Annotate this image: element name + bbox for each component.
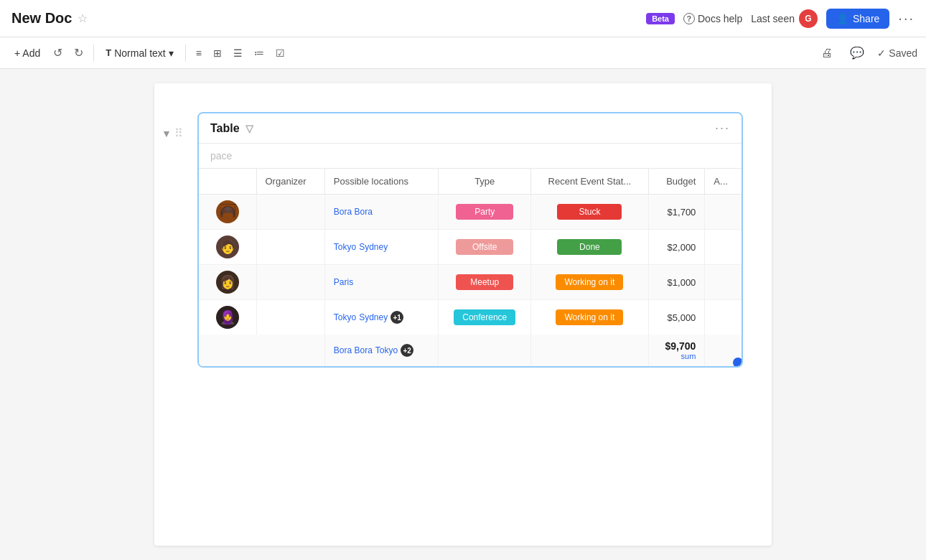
data-table: Organizer Possible locations Type Recent…: [199, 169, 742, 366]
table-row: 🧑TokyoSydneyOffsiteDone$2,000: [199, 230, 742, 265]
bullet-list-button[interactable]: ☰: [229, 45, 247, 62]
summary-location-tags: Bora Bora Tokyo +2: [334, 344, 429, 357]
summary-empty: [199, 335, 324, 366]
star-icon[interactable]: ☆: [78, 11, 88, 25]
share-icon: 👤: [836, 13, 848, 24]
status-badge: Working on it: [556, 274, 623, 290]
row-organizer-name: [256, 300, 324, 335]
toolbar-divider-2: [185, 45, 186, 62]
saved-indicator: ✓ Saved: [877, 47, 917, 59]
row-avatar-cell: 👩: [199, 265, 256, 300]
row-status: Done: [531, 230, 648, 265]
table-title-label: Table: [210, 122, 240, 135]
drag-handle-icon[interactable]: ⠿: [174, 126, 183, 140]
toolbar-right: 🖨 💬 ✓ Saved: [817, 43, 917, 62]
row-organizer-name: [256, 265, 324, 300]
block-controls: ▼ ⠿: [162, 126, 183, 140]
add-button[interactable]: + Add: [9, 45, 46, 62]
collapse-arrow-icon[interactable]: ▼: [162, 128, 172, 139]
redo-button[interactable]: ↻: [70, 43, 88, 62]
text-style-button[interactable]: T Normal text ▾: [100, 45, 179, 62]
type-badge: Conference: [454, 309, 515, 325]
row-extra: [705, 230, 742, 265]
last-seen-label: Last seen: [751, 13, 795, 24]
location-tag[interactable]: Tokyo: [334, 242, 356, 252]
table-header: Table ▽ ···: [199, 113, 742, 144]
type-badge: Offsite: [456, 239, 513, 255]
summary-type-empty: [439, 335, 531, 366]
saved-label: Saved: [889, 47, 917, 59]
summary-loc-count: +2: [401, 344, 413, 357]
row-extra: [705, 195, 742, 230]
table-row: 🦱Bora BoraPartyStuck$1,700: [199, 195, 742, 230]
location-tag[interactable]: Tokyo: [334, 312, 356, 322]
row-budget: $2,000: [648, 230, 705, 265]
location-tag[interactable]: Sydney: [359, 312, 388, 322]
share-button[interactable]: 👤 Share: [826, 9, 889, 29]
col-header-type: Type: [439, 169, 531, 195]
summary-loc-tokyo[interactable]: Tokyo: [375, 345, 398, 355]
col-header-organizer: [199, 169, 256, 195]
type-badge: Meetup: [456, 274, 513, 290]
summary-status-empty: [531, 335, 648, 366]
summary-loc-bora-bora[interactable]: Bora Bora: [334, 345, 373, 355]
toolbar-left: + Add ↺ ↻ T Normal text ▾ ≡ ⊞ ☰ ≔ ☑: [9, 43, 814, 62]
row-locations: TokyoSydney: [324, 230, 438, 265]
numbered-list-button[interactable]: ≔: [250, 45, 268, 62]
text-style-label: Normal text: [114, 47, 166, 59]
row-status: Working on it: [531, 300, 648, 335]
docs-help-label: Docs help: [698, 13, 742, 24]
checklist-button[interactable]: ☑: [271, 45, 289, 62]
row-locations: TokyoSydney+1: [324, 300, 438, 335]
col-header-organizer-label: Organizer: [256, 169, 324, 195]
summary-total-label: sum: [658, 352, 696, 360]
status-badge: Done: [557, 239, 622, 255]
location-tag[interactable]: Bora Bora: [334, 207, 373, 217]
table-search-row: pace: [199, 144, 742, 169]
doc-title: New Doc: [11, 10, 72, 27]
summary-locations: Bora Bora Tokyo +2: [324, 335, 438, 366]
print-button[interactable]: 🖨: [817, 44, 837, 62]
topbar-left: New Doc ☆: [11, 10, 88, 27]
row-status: Working on it: [531, 265, 648, 300]
summary-total-amount: $9,700: [658, 340, 696, 352]
location-tag[interactable]: Sydney: [359, 242, 388, 252]
row-type: Conference: [439, 300, 531, 335]
row-organizer-name: [256, 195, 324, 230]
row-locations: Paris: [324, 265, 438, 300]
col-header-budget: Budget: [648, 169, 705, 195]
undo-button[interactable]: ↺: [49, 43, 67, 62]
table-summary-row: Bora Bora Tokyo +2 $9,700 sum: [199, 335, 742, 366]
toolbar-divider: [93, 45, 94, 62]
check-icon: ✓: [877, 47, 886, 59]
col-header-extra: A...: [705, 169, 742, 195]
row-extra: [705, 300, 742, 335]
table-block: Table ▽ ··· pace Organizer Possible loca…: [197, 112, 743, 368]
row-type: Party: [439, 195, 531, 230]
comment-button[interactable]: 💬: [846, 43, 869, 62]
last-seen: Last seen G: [751, 9, 818, 28]
text-icon: T: [106, 47, 111, 58]
row-avatar-cell: 🧑: [199, 230, 256, 265]
status-badge: Working on it: [556, 309, 623, 325]
resize-handle[interactable]: [733, 358, 743, 368]
docs-help-button[interactable]: ? Docs help: [683, 13, 742, 24]
row-status: Stuck: [531, 195, 648, 230]
table-header-row: Organizer Possible locations Type Recent…: [199, 169, 742, 195]
more-options-button[interactable]: ···: [898, 10, 915, 27]
chevron-down-icon: ▾: [169, 47, 174, 59]
row-type: Meetup: [439, 265, 531, 300]
user-avatar: G: [799, 9, 818, 28]
table-more-button[interactable]: ···: [715, 121, 730, 136]
location-tag[interactable]: Paris: [334, 277, 353, 287]
location-count: +1: [390, 311, 403, 324]
type-badge: Party: [456, 204, 513, 220]
question-icon: ?: [683, 13, 695, 24]
table-row: 🧕TokyoSydney+1ConferenceWorking on it$5,…: [199, 300, 742, 335]
table-title: Table ▽: [210, 122, 253, 135]
table-format-button[interactable]: ⊞: [209, 45, 226, 62]
row-budget: $5,000: [648, 300, 705, 335]
filter-icon[interactable]: ▽: [245, 123, 253, 134]
align-button[interactable]: ≡: [192, 45, 206, 62]
row-budget: $1,000: [648, 265, 705, 300]
